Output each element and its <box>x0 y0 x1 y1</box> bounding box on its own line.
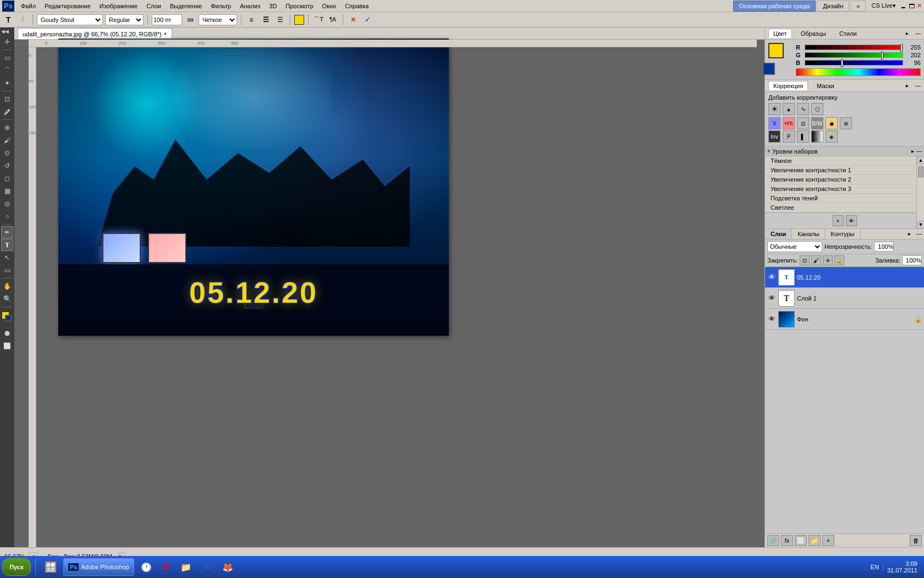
levels-icon[interactable]: ▲ <box>783 103 795 115</box>
warp-text-btn[interactable]: ⌒T <box>312 14 324 26</box>
levels-preview-btn[interactable]: 👁 <box>846 215 857 226</box>
foreground-color[interactable] <box>768 43 784 58</box>
layer-link-btn[interactable]: 🔗 <box>767 535 779 546</box>
start-button[interactable]: Пуск <box>2 558 31 576</box>
font-size-input[interactable] <box>152 14 182 25</box>
layer-new-btn[interactable]: + <box>822 535 834 546</box>
font-style-select[interactable]: Regular <box>105 14 144 25</box>
text-tool[interactable]: T <box>1 239 13 251</box>
color-panel-collapse[interactable]: — <box>915 30 921 36</box>
styles-tab[interactable]: Стили <box>835 29 861 38</box>
r-thumb[interactable] <box>900 44 903 52</box>
character-palette-btn[interactable]: ¶A <box>327 14 339 26</box>
channels-tab[interactable]: Каналы <box>792 229 825 239</box>
paths-tab[interactable]: Контуры <box>825 229 860 239</box>
layers-tab[interactable]: Слои <box>765 229 792 239</box>
menu-image[interactable]: Изображение <box>95 2 142 10</box>
layer-item-text1[interactable]: 👁 T Слой 1 <box>765 288 924 309</box>
correction-tab[interactable]: Коррекция <box>768 81 808 90</box>
b-slider[interactable] <box>805 60 903 66</box>
taskbar-photoshop-btn[interactable]: Ps Adobe Photoshop <box>63 558 134 576</box>
clone-tool[interactable]: ⊙ <box>1 147 13 159</box>
color-panel-menu[interactable]: ▸ <box>906 30 909 36</box>
text-options-btn[interactable]: ⋮ <box>16 14 29 26</box>
layer-delete-btn[interactable]: 🗑 <box>910 535 922 546</box>
levels-item-contrast1[interactable]: Увеличение контрастности 1 <box>765 166 916 175</box>
taskbar-opera-btn[interactable]: O <box>158 558 174 576</box>
scroll-thumb[interactable] <box>918 166 923 177</box>
brush-tool[interactable]: 🖌 <box>1 134 13 146</box>
taskbar-windows-btn[interactable]: 🪟 <box>40 558 61 576</box>
masks-tab[interactable]: Маски <box>812 81 839 90</box>
font-family-select[interactable]: Goudy Stout <box>37 14 103 25</box>
screen-mode-btn[interactable]: ⬜ <box>1 340 13 352</box>
cancel-btn[interactable]: ✕ <box>347 14 359 26</box>
shape-tool[interactable]: ▭ <box>1 264 13 276</box>
levels-item-shadows[interactable]: Подсветка теней <box>765 194 916 203</box>
menu-edit[interactable]: Редактирование <box>40 2 95 10</box>
dodge-tool[interactable]: ○ <box>1 210 13 222</box>
history-brush-tool[interactable]: ↺ <box>1 160 13 172</box>
photofilter-icon[interactable]: ◉ <box>826 117 838 129</box>
exposure-icon[interactable]: ⬡ <box>811 103 823 115</box>
gradientmap-icon[interactable]: G <box>811 130 823 143</box>
spot-heal-tool[interactable]: ⊕ <box>1 122 13 134</box>
crop-tool[interactable]: ⊡ <box>1 93 13 105</box>
layer-mask-btn[interactable]: ⬜ <box>795 535 807 546</box>
doc-tab-close[interactable]: × <box>164 31 167 37</box>
g-thumb[interactable] <box>881 52 883 59</box>
eyedropper-tool[interactable]: 💉 <box>1 106 13 118</box>
window-minimize[interactable]: 🗕 <box>900 3 906 9</box>
invert-icon[interactable]: Inv <box>768 130 780 143</box>
menu-layers[interactable]: Слои <box>142 2 166 10</box>
levels-panel-menu[interactable]: ▸ <box>911 148 914 154</box>
marquee-tool[interactable]: ▭ <box>1 52 13 64</box>
workspace-more-btn[interactable]: » <box>850 1 866 12</box>
blur-tool[interactable]: ◎ <box>1 198 13 210</box>
levels-item-dark[interactable]: Тёмное <box>765 156 916 166</box>
r-slider[interactable] <box>805 45 903 50</box>
align-left-btn[interactable]: ≡ <box>245 14 257 26</box>
text-color-swatch[interactable] <box>294 15 304 25</box>
quickselect-tool[interactable]: ✦ <box>1 77 13 89</box>
quick-mask-btn[interactable]: ⬤ <box>1 327 13 339</box>
text-tool-btn[interactable]: T <box>2 14 14 26</box>
color-tab[interactable]: Цвет <box>768 29 792 38</box>
path-select-tool[interactable]: ↖ <box>1 252 13 264</box>
levels-panel-collapse[interactable]: — <box>916 148 922 154</box>
colorbalance-icon[interactable]: ⚖ <box>797 117 809 129</box>
menu-select[interactable]: Выделение <box>166 2 206 10</box>
b-thumb[interactable] <box>841 59 843 67</box>
hand-tool[interactable]: ✋ <box>1 280 13 292</box>
menu-window[interactable]: Окно <box>318 2 341 10</box>
layer-group-btn[interactable]: 📁 <box>809 535 821 546</box>
fill-input[interactable] <box>902 255 922 265</box>
canvas-area[interactable]: udalit_personazha.jpg @ 66,7% (05.12.20,… <box>14 28 765 547</box>
taskbar-word-btn[interactable]: W <box>198 558 215 576</box>
menu-view[interactable]: Просмотр <box>281 2 317 10</box>
channelmixer-icon[interactable]: ⊕ <box>840 117 852 129</box>
menu-help[interactable]: Справка <box>340 2 373 10</box>
eraser-tool[interactable]: ◻ <box>1 172 13 184</box>
workspace-design-btn[interactable]: Дизайн <box>817 1 849 12</box>
layer-eye-text1[interactable]: 👁 <box>767 294 776 303</box>
levels-item-contrast3[interactable]: Увеличение контрастности 3 <box>765 184 916 194</box>
workspace-main-btn[interactable]: Основная рабочая среда <box>733 1 816 12</box>
align-right-btn[interactable]: ☰ <box>274 14 286 26</box>
threshold-icon[interactable]: ▌ <box>797 130 809 143</box>
brightness-icon[interactable]: ☀ <box>768 103 780 115</box>
gradient-tool[interactable]: ▦ <box>1 185 13 197</box>
menu-file[interactable]: Файл <box>16 2 40 10</box>
confirm-btn[interactable]: ✓ <box>361 14 373 26</box>
menu-analyze[interactable]: Анализ <box>235 2 265 10</box>
lasso-tool[interactable]: ⌒ <box>1 64 13 77</box>
layer-eye-active[interactable]: 👁 <box>767 273 776 282</box>
aa-mode-select[interactable]: Четкое <box>199 14 237 25</box>
toolbox-collapse[interactable]: ◀◀ <box>1 29 9 34</box>
g-slider[interactable] <box>805 52 903 58</box>
lock-all-btn[interactable]: 🔒 <box>834 255 844 265</box>
zoom-tool[interactable]: 🔍 <box>1 293 13 305</box>
vibrance-icon[interactable]: V <box>768 117 780 129</box>
scroll-track[interactable] <box>917 164 924 221</box>
layer-item-active-text[interactable]: 👁 T 05.12.20 <box>765 267 924 288</box>
